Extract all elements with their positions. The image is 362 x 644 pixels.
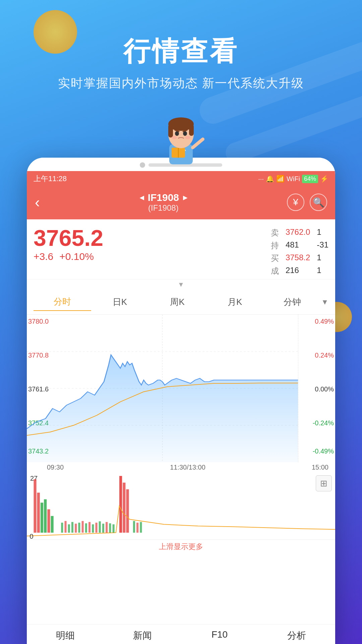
buy-price: 3758.2 [286, 253, 310, 264]
pct-label-3: 0.00% [315, 385, 334, 393]
svg-line-14 [193, 139, 203, 148]
tab-周K[interactable]: 周K [148, 293, 206, 311]
nav-bar: ‹ ◂ IF1908 ▸ (IF1908) ¥ 🔍 [27, 186, 335, 219]
svg-text:0: 0 [29, 533, 33, 539]
status-time: 上午11:28 [34, 174, 67, 184]
price-left: 3765.2 +3.6 +0.10% [34, 225, 103, 262]
deal-qty: 1 [317, 266, 328, 276]
svg-rect-43 [113, 524, 115, 533]
search-icon[interactable]: 🔍 [310, 194, 327, 211]
sim-icon: 📶 [276, 175, 285, 183]
alarm-icon: 🔔 [266, 175, 274, 183]
svg-point-8 [175, 131, 179, 136]
pct-label-1: 0.49% [315, 318, 334, 325]
status-bar: 上午11:28 ··· 🔔 📶 WiFi 64% ⚡ [27, 171, 335, 186]
dropdown-arrow[interactable]: ▼ [27, 279, 335, 290]
sell-price: 3762.0 [286, 227, 310, 238]
nav-action-icons: ¥ 🔍 [287, 194, 327, 211]
svg-point-12 [172, 136, 177, 139]
tab-dropdown-icon[interactable]: ▼ [321, 298, 328, 307]
time-start: 09:30 [47, 464, 64, 471]
hold-change: -31 [317, 240, 328, 251]
tab-bar: 分时 日K 周K 月K 分钟 ▼ [27, 290, 335, 315]
arrow-left-icon[interactable]: ◂ [140, 193, 144, 202]
svg-rect-21 [41, 503, 43, 533]
svg-rect-28 [61, 523, 63, 533]
tab-分时[interactable]: 分时 [34, 293, 91, 311]
nav-title: ◂ IF1908 ▸ (IF1908) [140, 192, 187, 213]
svg-rect-19 [34, 479, 36, 533]
battery-indicator: 64% [302, 175, 318, 183]
svg-rect-32 [75, 524, 77, 533]
svg-rect-23 [47, 509, 50, 533]
charging-icon: ⚡ [320, 175, 328, 183]
buy-qty: 1 [317, 253, 328, 264]
pct-label-2: 0.24% [315, 352, 334, 359]
bottom-tab-f10[interactable]: F10 [181, 629, 258, 642]
svg-rect-40 [102, 524, 104, 533]
time-mid: 11:30/13:00 [170, 464, 205, 471]
svg-point-9 [183, 131, 187, 136]
tab-月K[interactable]: 月K [206, 293, 264, 311]
volume-area: 27 ⊞ [27, 473, 335, 540]
svg-rect-30 [68, 524, 70, 533]
main-price: 3765.2 [34, 225, 103, 251]
svg-rect-7 [189, 124, 194, 136]
svg-rect-42 [109, 523, 111, 533]
symbol-text: IF1908 [148, 192, 179, 203]
wifi-icon: WiFi [287, 175, 300, 183]
time-end: 15:00 [312, 464, 328, 471]
svg-rect-24 [51, 516, 54, 533]
bottom-tab-新闻[interactable]: 新闻 [104, 629, 181, 642]
bottom-tab-明细[interactable]: 明细 [27, 629, 104, 642]
symbol-label: ◂ IF1908 ▸ [140, 192, 187, 203]
sell-qty: 1 [317, 227, 328, 238]
arrow-right-icon[interactable]: ▸ [183, 193, 187, 202]
svg-rect-22 [44, 499, 47, 533]
sub-title: 实时掌握国内外市场动态 新一代系统大升级 [0, 75, 362, 92]
tab-分钟[interactable]: 分钟 [264, 293, 321, 311]
status-icons: ··· 🔔 📶 WiFi 64% ⚡ [258, 175, 328, 183]
svg-rect-36 [88, 522, 90, 533]
sell-label: 卖 [271, 227, 279, 238]
pct-label-5: -0.49% [313, 447, 334, 455]
svg-rect-26 [123, 483, 125, 533]
svg-rect-25 [119, 476, 122, 533]
bottom-hint: 上滑显示更多 [27, 540, 335, 552]
svg-rect-34 [82, 521, 84, 533]
price-right: 卖 3762.0 1 持 481 -31 买 3758.2 1 成 216 1 [271, 225, 328, 276]
svg-rect-31 [71, 522, 73, 533]
price-section: 3765.2 +3.6 +0.10% 卖 3762.0 1 持 481 -31 … [27, 219, 335, 279]
svg-rect-20 [37, 493, 40, 533]
svg-rect-46 [140, 522, 142, 533]
svg-rect-29 [64, 521, 66, 533]
hold-label: 持 [271, 240, 279, 251]
mascot [154, 104, 208, 171]
svg-rect-6 [168, 124, 173, 138]
chart-area: 3780.0 3770.8 3761.6 3752.4 3743.2 [27, 315, 335, 462]
change-abs: +3.6 [34, 251, 53, 262]
bottom-tab-分析[interactable]: 分析 [258, 629, 335, 642]
tab-日K[interactable]: 日K [91, 293, 149, 311]
currency-icon[interactable]: ¥ [287, 194, 304, 211]
svg-rect-33 [78, 523, 80, 533]
deal-val: 216 [286, 266, 310, 276]
svg-rect-45 [136, 523, 138, 533]
price-change: +3.6 +0.10% [34, 251, 103, 262]
notch-dot [140, 162, 145, 168]
signal-icon: ··· [258, 175, 264, 183]
chart-main: 3780.0 3770.8 3761.6 3752.4 3743.2 [27, 315, 298, 462]
back-button[interactable]: ‹ [35, 194, 40, 211]
svg-rect-44 [133, 521, 135, 533]
main-title: 行情查看 [0, 34, 362, 70]
svg-rect-39 [99, 521, 101, 533]
chart-pct-labels: 0.49% 0.24% 0.00% -0.24% -0.49% [298, 315, 335, 462]
svg-rect-37 [92, 524, 94, 533]
svg-rect-35 [85, 523, 87, 533]
symbol-code: (IF1908) [140, 203, 187, 213]
svg-point-13 [185, 136, 190, 139]
svg-rect-41 [106, 522, 108, 533]
deal-label: 成 [271, 266, 279, 276]
bottom-tabs: 明细 新闻 F10 分析 [27, 624, 335, 644]
time-row: 09:30 11:30/13:00 15:00 [27, 462, 335, 473]
